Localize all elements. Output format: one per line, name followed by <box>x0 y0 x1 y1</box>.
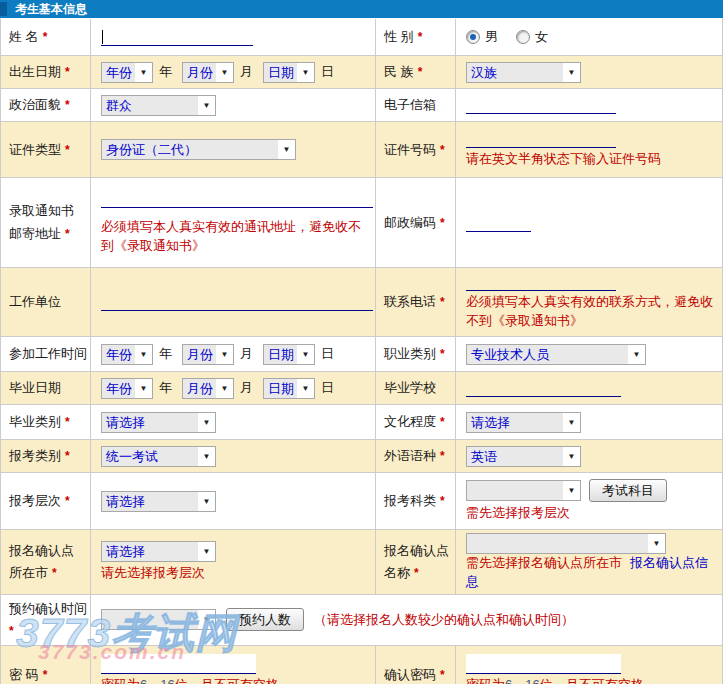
workstart-month-value: 月份 <box>183 345 216 364</box>
foreign-language-value: 英语 <box>467 447 563 466</box>
chevron-down-icon: ▼ <box>135 63 152 82</box>
mail-address-input[interactable] <box>101 190 373 208</box>
chevron-down-icon: ▼ <box>563 63 580 82</box>
id-number-input[interactable] <box>466 130 616 148</box>
grad-year-value: 年份 <box>102 379 135 398</box>
exam-category-label: 报考类别 <box>9 447 61 465</box>
id-type-label: 证件类型 <box>9 141 61 159</box>
birth-month-select[interactable]: 月份▼ <box>182 62 234 83</box>
required-marker: * <box>440 216 445 230</box>
political-select[interactable]: 群众▼ <box>101 95 216 116</box>
confirm-city-value: 请选择 <box>102 542 198 561</box>
workstart-month-select[interactable]: 月份▼ <box>182 344 234 365</box>
required-marker: * <box>440 415 445 429</box>
mail-address-label-line1: 录取通知书 <box>9 203 74 218</box>
postal-code-label: 邮政编码 <box>384 214 436 232</box>
header-marker-icon <box>0 2 7 16</box>
exam-level-select[interactable]: 请选择▼ <box>101 491 216 512</box>
exam-level-label: 报考层次 <box>9 492 61 510</box>
exam-subject-class-select[interactable]: ▼ <box>466 480 581 501</box>
chevron-down-icon: ▼ <box>198 542 215 561</box>
birth-year-select[interactable]: 年份▼ <box>101 62 153 83</box>
graduation-type-select[interactable]: 请选择▼ <box>101 412 216 433</box>
phone-label: 联系电话 <box>384 293 436 311</box>
gender-male-option[interactable]: 男 <box>466 28 498 46</box>
radio-selected-icon[interactable] <box>466 30 480 44</box>
row-examcat-language: 报考类别* 统一考试▼ 外语语种* 英语▼ <box>1 440 722 473</box>
chevron-down-icon: ▼ <box>198 610 215 629</box>
id-type-select-value: 身份证（二代） <box>102 140 278 159</box>
email-input[interactable] <box>466 96 616 114</box>
workstart-day-value: 日期 <box>264 345 297 364</box>
grad-month-select[interactable]: 月份▼ <box>182 378 234 399</box>
exam-subjects-button[interactable]: 考试科目 <box>589 479 667 502</box>
work-unit-label: 工作单位 <box>9 293 61 311</box>
birth-day-select[interactable]: 日期▼ <box>263 62 315 83</box>
workstart-year-select[interactable]: 年份▼ <box>101 344 153 365</box>
confirm-point-select[interactable]: ▼ <box>466 533 666 554</box>
id-type-select[interactable]: 身份证（二代）▼ <box>101 139 296 160</box>
workstart-day-select[interactable]: 日期▼ <box>263 344 315 365</box>
graduation-type-value: 请选择 <box>102 413 198 432</box>
exam-level-value: 请选择 <box>102 492 198 511</box>
appointment-value <box>102 610 198 629</box>
chevron-down-icon: ▼ <box>628 345 645 364</box>
exam-subject-class-value <box>467 481 563 500</box>
work-unit-input[interactable] <box>101 293 373 311</box>
required-marker: * <box>65 98 70 112</box>
foreign-language-label: 外语语种 <box>384 447 436 465</box>
work-start-label: 参加工作时间 <box>9 345 87 363</box>
grad-day-select[interactable]: 日期▼ <box>263 378 315 399</box>
id-number-label: 证件号码 <box>384 141 436 159</box>
required-marker: * <box>440 295 445 309</box>
required-marker: * <box>43 30 48 44</box>
required-marker: * <box>65 227 70 241</box>
row-name-gender: 姓 名* 性 别* 男 女 <box>1 19 722 56</box>
ethnicity-select-value: 汉族 <box>467 63 563 82</box>
row-mailaddress-postal: 录取通知书邮寄地址* 必须填写本人真实有效的通讯地址，避免收不到《录取通知书》 … <box>1 178 722 268</box>
grad-year-select[interactable]: 年份▼ <box>101 378 153 399</box>
graduation-school-input[interactable] <box>466 379 621 397</box>
ethnicity-select[interactable]: 汉族▼ <box>466 62 581 83</box>
graduation-type-label: 毕业类别 <box>9 413 61 431</box>
postal-code-input[interactable] <box>466 214 531 232</box>
password-input[interactable] <box>101 654 256 674</box>
exam-category-select[interactable]: 统一考试▼ <box>101 446 216 467</box>
appointment-count-button[interactable]: 预约人数 <box>226 608 304 631</box>
mail-address-hint: 必须填写本人真实有效的通讯地址，避免收不到《录取通知书》 <box>101 218 363 256</box>
birth-month-value: 月份 <box>183 63 216 82</box>
appointment-select[interactable]: ▼ <box>101 609 216 630</box>
confirm-password-hint: 密码为6－16位，且不可有空格 <box>466 676 644 684</box>
row-examlevel-subjectclass: 报考层次* 请选择▼ 报考科类* ▼ 考试科目 需先选择报考层次 <box>1 473 722 530</box>
occupation-select[interactable]: 专业技术人员▼ <box>466 344 646 365</box>
chevron-down-icon: ▼ <box>297 379 314 398</box>
name-label: 姓 名 <box>9 28 39 46</box>
education-level-value: 请选择 <box>467 413 563 432</box>
chevron-down-icon: ▼ <box>563 413 580 432</box>
phone-input[interactable] <box>466 273 616 291</box>
row-workunit-phone: 工作单位 联系电话* 必须填写本人真实有效的联系方式，避免收不到《录取通知书》 <box>1 268 722 337</box>
radio-unselected-icon[interactable] <box>516 30 530 44</box>
education-level-select[interactable]: 请选择▼ <box>466 412 581 433</box>
name-input[interactable] <box>101 28 253 46</box>
gender-label: 性 别 <box>384 28 414 46</box>
chevron-down-icon: ▼ <box>135 345 152 364</box>
foreign-language-select[interactable]: 英语▼ <box>466 446 581 467</box>
political-label: 政治面貌 <box>9 96 61 114</box>
required-marker: * <box>440 449 445 463</box>
required-marker: * <box>65 65 70 79</box>
grad-month-value: 月份 <box>183 379 216 398</box>
password-hint: 密码为6－16位，且不可有空格 <box>101 676 279 684</box>
confirm-password-input[interactable] <box>466 654 621 674</box>
confirm-point-value <box>467 534 648 553</box>
required-marker: * <box>418 30 423 44</box>
chevron-down-icon: ▼ <box>216 379 233 398</box>
year-unit-label: 年 <box>159 345 172 363</box>
chevron-down-icon: ▼ <box>198 447 215 466</box>
row-password: 密 码* 密码为6－16位，且不可有空格 确认密码* 密码为6－16位，且不可有… <box>1 646 722 684</box>
row-gradtype-edulevel: 毕业类别* 请选择▼ 文化程度* 请选择▼ <box>1 405 722 440</box>
confirm-city-select[interactable]: 请选择▼ <box>101 541 216 562</box>
exam-subject-class-hint: 需先选择报考层次 <box>466 504 570 523</box>
workstart-year-value: 年份 <box>102 345 135 364</box>
gender-female-option[interactable]: 女 <box>516 28 548 46</box>
